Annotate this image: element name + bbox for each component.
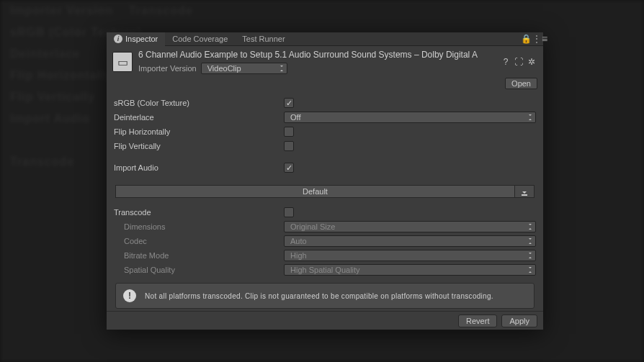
platform-bar: Default bbox=[115, 185, 535, 198]
info-icon: i bbox=[114, 35, 122, 43]
deinterlace-label: Deinterlace bbox=[114, 113, 284, 122]
info-box: ! Not all platforms transcoded. Clip is … bbox=[115, 283, 535, 309]
property-list: sRGB (Color Texture) Deinterlace Off Fli… bbox=[107, 93, 543, 316]
footer: Revert Apply bbox=[107, 311, 543, 330]
transcode-checkbox[interactable] bbox=[284, 207, 294, 217]
dropdown-value: High bbox=[290, 251, 307, 260]
dropdown-value: Off bbox=[290, 113, 300, 122]
dropdown-value: High Spatial Quality bbox=[290, 266, 360, 274]
flip-horizontal-label: Flip Horizontally bbox=[114, 127, 284, 136]
gear-icon[interactable]: ✲ bbox=[526, 56, 537, 68]
preset-icon[interactable]: ⛶ bbox=[513, 56, 524, 68]
importer-version-label: Importer Version bbox=[138, 64, 197, 73]
tab-inspector[interactable]: i Inspector bbox=[107, 32, 165, 46]
button-label: Apply bbox=[509, 317, 529, 325]
tab-label: Test Runner bbox=[242, 32, 285, 46]
spatial-quality-label: Spatial Quality bbox=[114, 266, 284, 274]
info-icon: ! bbox=[123, 289, 136, 302]
codec-label: Codec bbox=[114, 237, 284, 245]
codec-dropdown[interactable]: Auto bbox=[284, 235, 536, 247]
spatial-quality-dropdown[interactable]: High Spatial Quality bbox=[284, 264, 536, 276]
tab-code-coverage[interactable]: Code Coverage bbox=[165, 32, 235, 46]
bitrate-label: Bitrate Mode bbox=[114, 251, 284, 260]
context-menu-icon[interactable]: ⋮≡ bbox=[532, 35, 543, 43]
deinterlace-dropdown[interactable]: Off bbox=[284, 112, 536, 123]
dimensions-label: Dimensions bbox=[114, 222, 284, 231]
platform-label: Default bbox=[303, 187, 328, 196]
button-label: Open bbox=[511, 79, 531, 88]
dropdown-value: Auto bbox=[290, 237, 307, 245]
asset-name: 6 Channel Audio Example to Setup 5.1 Aud… bbox=[138, 50, 494, 60]
srgb-checkbox[interactable] bbox=[284, 98, 294, 108]
asset-header: ▭ 6 Channel Audio Example to Setup 5.1 A… bbox=[107, 46, 543, 78]
importer-version-dropdown[interactable]: VideoClip bbox=[201, 63, 287, 74]
platform-default[interactable]: Default bbox=[116, 186, 515, 197]
help-icon[interactable]: ? bbox=[500, 56, 511, 68]
flip-vertical-label: Flip Vertically bbox=[114, 142, 284, 150]
inspector-panel: i Inspector Code Coverage Test Runner 🔒 … bbox=[107, 32, 543, 330]
import-audio-label: Import Audio bbox=[114, 163, 284, 172]
apply-button[interactable]: Apply bbox=[501, 315, 537, 327]
lock-icon[interactable]: 🔒 bbox=[520, 34, 532, 44]
asset-thumbnail: ▭ bbox=[112, 52, 133, 72]
platform-download-icon[interactable] bbox=[515, 186, 534, 197]
flip-horizontal-checkbox[interactable] bbox=[284, 127, 294, 137]
button-label: Revert bbox=[466, 317, 489, 325]
revert-button[interactable]: Revert bbox=[458, 315, 497, 327]
bitrate-dropdown[interactable]: High bbox=[284, 250, 536, 261]
flip-vertical-checkbox[interactable] bbox=[284, 141, 294, 151]
import-audio-checkbox[interactable] bbox=[284, 163, 294, 173]
tab-test-runner[interactable]: Test Runner bbox=[235, 32, 292, 46]
dropdown-value: Original Size bbox=[290, 222, 335, 231]
tab-label: Code Coverage bbox=[172, 32, 228, 46]
srgb-label: sRGB (Color Texture) bbox=[114, 99, 284, 107]
tab-bar: i Inspector Code Coverage Test Runner 🔒 … bbox=[107, 32, 543, 46]
info-message: Not all platforms transcoded. Clip is no… bbox=[145, 292, 493, 300]
dimensions-dropdown[interactable]: Original Size bbox=[284, 221, 536, 232]
open-button[interactable]: Open bbox=[505, 78, 537, 89]
transcode-label: Transcode bbox=[114, 208, 284, 217]
dropdown-value: VideoClip bbox=[207, 64, 241, 73]
tab-label: Inspector bbox=[125, 32, 158, 46]
